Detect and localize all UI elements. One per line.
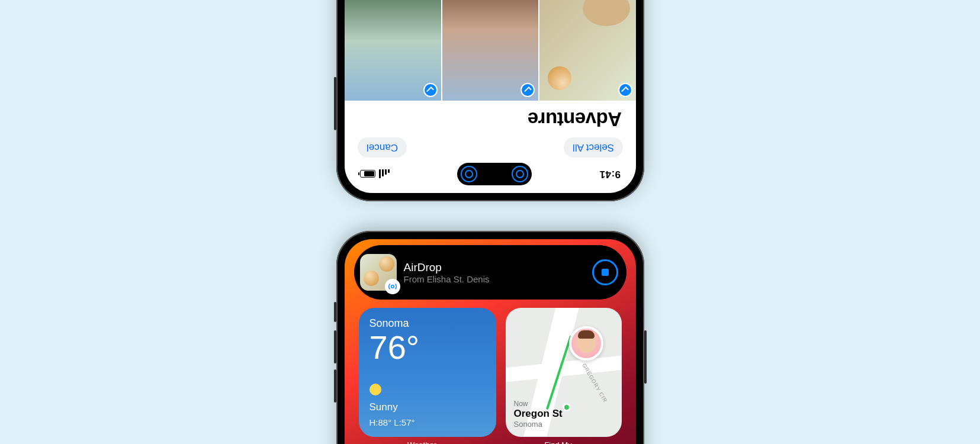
findmy-now-label: Now <box>514 400 563 408</box>
photo-thumbnail[interactable] <box>345 0 441 101</box>
findmy-city: Sonoma <box>514 420 563 429</box>
photo-thumbnail[interactable] <box>442 0 538 101</box>
status-bar: 9:41 <box>345 161 636 193</box>
volume-up-button <box>334 330 336 363</box>
signal-icon <box>379 170 390 179</box>
select-all-button[interactable]: Select All <box>564 137 623 157</box>
weather-temperature: 76° <box>369 331 486 364</box>
selected-check-icon <box>618 83 632 97</box>
screen-top: 9:41 Select All Cancel Adventure <box>345 0 636 193</box>
stop-button[interactable] <box>592 259 618 285</box>
airdrop-sender: From Elisha St. Denis <box>404 274 585 284</box>
cancel-button[interactable]: Cancel <box>358 137 407 157</box>
findmy-widget[interactable]: GREGORY CIR Now Oregon St Sonoma <box>506 308 622 437</box>
status-icons <box>360 170 390 179</box>
weather-high-low: H:88° L:57° <box>369 417 415 427</box>
svg-point-0 <box>391 285 394 288</box>
airdrop-icon <box>385 279 400 294</box>
airdrop-ring-icon <box>461 166 477 182</box>
memoji-pin-icon <box>569 326 603 361</box>
weather-app-label: Weather <box>359 440 486 444</box>
dynamic-island-expanded[interactable]: AirDrop From Elisha St. Denis <box>354 245 626 300</box>
photo-grid <box>345 0 636 101</box>
airdrop-title: AirDrop <box>404 261 585 274</box>
weather-condition: Sunny <box>369 401 398 413</box>
findmy-app-label: Find My <box>495 440 622 444</box>
findmy-street: Oregon St <box>514 408 563 420</box>
iphone-top: 9:41 Select All Cancel Adventure <box>336 0 644 201</box>
battery-icon <box>360 170 375 178</box>
dynamic-island-compact[interactable] <box>457 163 532 185</box>
photo-thumbnail[interactable] <box>539 0 636 101</box>
weather-widget[interactable]: Sonoma 76° Sunny H:88° L:57° <box>359 308 496 437</box>
selected-check-icon <box>520 83 535 97</box>
album-title: Adventure <box>345 101 636 133</box>
selected-check-icon <box>423 83 437 97</box>
volume-down-button <box>334 369 336 403</box>
airdrop-thumbnail <box>360 254 397 291</box>
side-button <box>644 330 647 384</box>
side-button <box>334 77 336 130</box>
weather-location: Sonoma <box>369 317 486 330</box>
airdrop-pulse-icon <box>512 166 528 182</box>
silent-switch <box>334 302 336 322</box>
iphone-bottom: AirDrop From Elisha St. Denis Sonoma 76°… <box>336 231 644 444</box>
sun-icon <box>369 384 381 395</box>
status-time: 9:41 <box>599 168 621 180</box>
screen-bottom: AirDrop From Elisha St. Denis Sonoma 76°… <box>345 239 636 444</box>
